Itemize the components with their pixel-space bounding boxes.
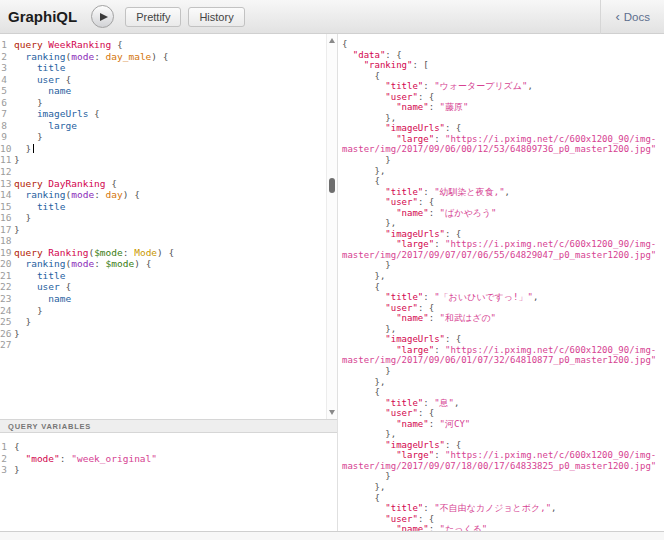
code-line: "imageUrls": { bbox=[342, 123, 664, 134]
code-line: } bbox=[342, 155, 664, 166]
history-button[interactable]: History bbox=[188, 7, 244, 27]
prettify-button[interactable]: Prettify bbox=[125, 7, 181, 27]
code-token bbox=[342, 50, 353, 60]
docs-button[interactable]: ‹ Docs bbox=[600, 0, 664, 34]
code-token bbox=[14, 143, 25, 154]
bottom-scrollbar[interactable] bbox=[0, 531, 664, 540]
code-line: 9 } bbox=[0, 131, 326, 143]
line-number: 4 bbox=[0, 74, 14, 86]
graphiql-logo: GraphiQL bbox=[8, 8, 77, 25]
code-token bbox=[342, 493, 375, 503]
code-token: DayRanking bbox=[48, 178, 105, 189]
code-token: "large" bbox=[396, 450, 434, 460]
line-number: 9 bbox=[0, 131, 14, 143]
text-cursor bbox=[33, 144, 34, 153]
code-token: "week_original" bbox=[71, 453, 157, 464]
line-number: 22 bbox=[0, 281, 14, 293]
code-token bbox=[14, 270, 37, 281]
code-token bbox=[14, 51, 25, 62]
code-token: , bbox=[505, 187, 510, 197]
code-token: name bbox=[48, 85, 71, 96]
code-token bbox=[14, 212, 25, 223]
code-token: : bbox=[123, 247, 134, 258]
code-token: : bbox=[60, 453, 71, 464]
code-token: user bbox=[37, 281, 60, 292]
code-token: "河CY" bbox=[440, 419, 471, 429]
code-token: ) { bbox=[134, 258, 151, 269]
variables-editor[interactable]: 1{2 "mode": "week_original"3} bbox=[0, 433, 326, 531]
code-line: 10 } bbox=[0, 143, 326, 155]
query-editor-scrollbar[interactable] bbox=[326, 34, 337, 419]
code-token: { bbox=[342, 39, 347, 49]
code-token: { bbox=[60, 74, 71, 85]
code-token: : bbox=[434, 345, 445, 355]
code-token bbox=[342, 260, 385, 270]
code-line: }, bbox=[342, 429, 664, 440]
code-line: 20 ranking(mode: $mode) { bbox=[0, 258, 326, 270]
code-token: }, bbox=[385, 429, 396, 439]
code-token bbox=[342, 440, 385, 450]
query-variables-title: QUERY VARIABLES bbox=[8, 422, 91, 431]
code-line: "user": { bbox=[342, 408, 664, 419]
code-line: master/img/2017/09/06/01/07/32/64810877_… bbox=[342, 355, 664, 366]
query-variables-header[interactable]: QUERY VARIABLES bbox=[0, 419, 337, 433]
code-token: master/img/2017/09/07/18/00/17/64833825_… bbox=[342, 461, 656, 471]
scrollbar-thumb[interactable] bbox=[329, 178, 335, 193]
code-token bbox=[14, 293, 48, 304]
code-line: { bbox=[342, 387, 664, 398]
line-number: 2 bbox=[0, 453, 14, 465]
code-token: imageUrls bbox=[37, 108, 88, 119]
query-editor[interactable]: 1query WeekRanking {2 ranking(mode: day_… bbox=[0, 34, 326, 419]
code-token: } bbox=[37, 305, 43, 316]
line-number: 21 bbox=[0, 270, 14, 282]
line-number: 2 bbox=[0, 51, 14, 63]
code-line: 27 bbox=[0, 339, 326, 351]
line-number: 11 bbox=[0, 154, 14, 166]
line-number: 3 bbox=[0, 464, 14, 476]
code-token: : bbox=[434, 239, 445, 249]
code-line: } bbox=[342, 471, 664, 482]
code-token: : bbox=[423, 187, 434, 197]
code-token bbox=[342, 324, 385, 334]
code-token: : bbox=[423, 398, 434, 408]
code-token: "https://i.pximg.net/c/600x1200_90/img- bbox=[445, 450, 656, 460]
code-token bbox=[342, 102, 396, 112]
code-token: ) { bbox=[151, 51, 168, 62]
code-token bbox=[14, 316, 25, 327]
code-line: 1{ bbox=[0, 441, 326, 453]
scroll-up-arrow-icon[interactable] bbox=[329, 38, 335, 43]
code-token: Ranking bbox=[48, 247, 88, 258]
scroll-down-arrow-icon[interactable] bbox=[329, 410, 335, 415]
code-line: "title": "ウォータープリズム", bbox=[342, 81, 664, 92]
code-token: ranking bbox=[25, 258, 65, 269]
code-token: query bbox=[14, 247, 43, 258]
code-line: }, bbox=[342, 113, 664, 124]
code-token: }, bbox=[385, 113, 396, 123]
code-token: master/img/2017/09/06/01/07/32/64810877_… bbox=[342, 355, 656, 365]
code-line: 22 user { bbox=[0, 281, 326, 293]
code-token: : bbox=[429, 313, 440, 323]
line-number: 5 bbox=[0, 85, 14, 97]
code-token bbox=[342, 60, 364, 70]
code-token: "user" bbox=[385, 92, 418, 102]
code-line: } bbox=[342, 260, 664, 271]
code-line: 21 title bbox=[0, 270, 326, 282]
line-number: 25 bbox=[0, 316, 14, 328]
code-token: : { bbox=[418, 92, 434, 102]
code-token: : { bbox=[445, 229, 461, 239]
execute-button[interactable] bbox=[91, 5, 114, 28]
code-token bbox=[342, 176, 375, 186]
code-token bbox=[342, 229, 385, 239]
code-token bbox=[342, 71, 375, 81]
code-token: "large" bbox=[396, 239, 434, 249]
code-line: "large": "https://i.pximg.net/c/600x1200… bbox=[342, 134, 664, 145]
code-token: day bbox=[106, 189, 123, 200]
code-token: { bbox=[14, 441, 20, 452]
code-line: }, bbox=[342, 218, 664, 229]
code-token bbox=[342, 398, 385, 408]
code-token bbox=[342, 208, 396, 218]
code-token: title bbox=[37, 62, 66, 73]
line-number: 15 bbox=[0, 201, 14, 213]
line-number: 7 bbox=[0, 108, 14, 120]
code-token: "user" bbox=[385, 303, 418, 313]
